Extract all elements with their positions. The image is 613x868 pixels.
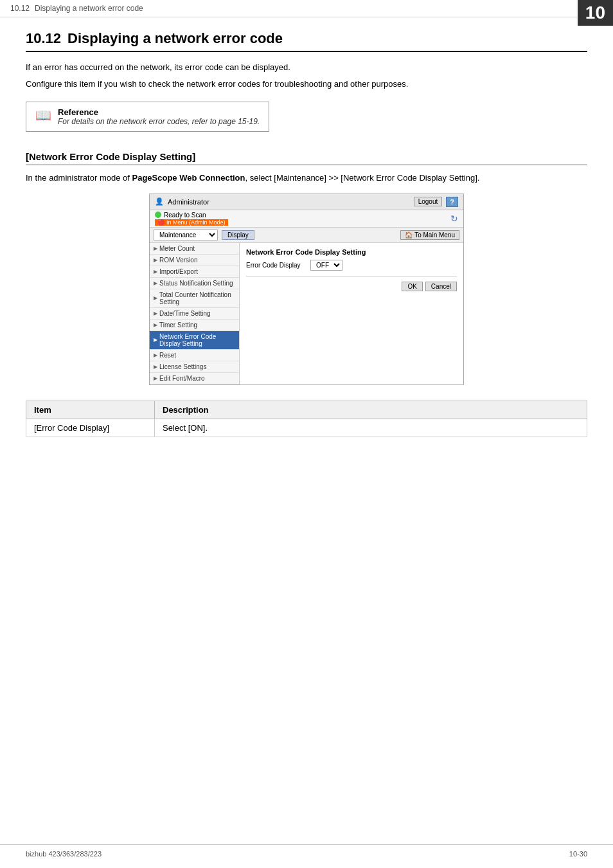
chapter-number: 10 bbox=[585, 3, 605, 23]
web-ui-main-panel: Network Error Code Display Setting Error… bbox=[240, 243, 463, 384]
sidebar-arrow-icon: ▶ bbox=[154, 352, 157, 358]
sidebar-arrow-icon: ▶ bbox=[154, 246, 157, 251]
col-description-header: Description bbox=[155, 401, 587, 419]
status-info: Ready to Scan 🔴 In Menu (Admin Mode) bbox=[155, 212, 228, 226]
instruction-text: In the administrator mode of PageScope W… bbox=[26, 172, 587, 185]
web-ui-nav: Maintenance Display 🏠 To Main Menu bbox=[150, 228, 463, 243]
top-section-number: 10.12 bbox=[10, 4, 30, 13]
sidebar-arrow-icon: ▶ bbox=[154, 375, 157, 381]
display-button[interactable]: Display bbox=[222, 230, 254, 240]
section-title: Displaying a network error code bbox=[67, 30, 283, 47]
section-number: 10.12 bbox=[26, 30, 61, 47]
error-code-setting-row: Error Code Display OFF ON bbox=[246, 260, 457, 271]
web-ui-screenshot: 👤 Administrator Logout ? Ready to Scan 🔴… bbox=[149, 194, 464, 385]
sidebar-label: Meter Count bbox=[159, 245, 195, 252]
col-item-header: Item bbox=[26, 401, 155, 419]
user-icon: 👤 bbox=[155, 197, 164, 206]
flag-icon: 🔴 bbox=[157, 219, 164, 226]
sidebar-item-datetime[interactable]: ▶ Date/Time Setting bbox=[150, 308, 239, 320]
status-flag: 🔴 In Menu (Admin Mode) bbox=[155, 219, 228, 226]
chapter-number-box: 10 bbox=[578, 0, 613, 26]
sub-heading: [Network Error Code Display Setting] bbox=[26, 151, 587, 165]
product-name: PageScope Web Connection bbox=[132, 173, 245, 183]
page-number: 10-30 bbox=[569, 850, 587, 858]
paragraph1: If an error has occurred on the network,… bbox=[26, 61, 587, 74]
cancel-button[interactable]: Cancel bbox=[425, 282, 457, 291]
sidebar-label: ROM Version bbox=[159, 257, 197, 264]
page-footer: bizhub 423/363/283/223 10-30 bbox=[0, 844, 613, 858]
sidebar-arrow-icon: ▶ bbox=[154, 280, 157, 286]
sidebar-arrow-icon: ▶ bbox=[154, 337, 157, 343]
main-content: 10.12 Displaying a network error code If… bbox=[0, 17, 613, 463]
setting-panel-title: Network Error Code Display Setting bbox=[246, 248, 457, 256]
table-header-row: Item Description bbox=[26, 401, 587, 419]
web-ui-topbar: 👤 Administrator Logout ? bbox=[150, 194, 463, 210]
sidebar-label: License Settings bbox=[159, 363, 206, 370]
setting-divider bbox=[246, 276, 457, 276]
sidebar-item-total-counter[interactable]: ▶ Total Counter Notification Setting bbox=[150, 289, 239, 308]
web-ui-sidebar: ▶ Meter Count ▶ ROM Version ▶ Import/Exp… bbox=[150, 243, 240, 384]
table-row: [Error Code Display] Select [ON]. bbox=[26, 419, 587, 437]
section-heading: 10.12 Displaying a network error code bbox=[26, 30, 587, 52]
top-bar-left: 10.12 Displaying a network error code bbox=[10, 4, 143, 13]
web-ui-body: ▶ Meter Count ▶ ROM Version ▶ Import/Exp… bbox=[150, 243, 463, 384]
sidebar-item-status-notification[interactable]: ▶ Status Notification Setting bbox=[150, 278, 239, 289]
table-header: Item Description bbox=[26, 401, 587, 419]
error-code-select[interactable]: OFF ON bbox=[310, 260, 342, 271]
sidebar-item-network-error[interactable]: ▶ Network Error Code Display Setting bbox=[150, 331, 239, 350]
error-code-label: Error Code Display bbox=[246, 262, 304, 269]
sidebar-item-timer[interactable]: ▶ Timer Setting bbox=[150, 320, 239, 331]
sidebar-item-reset[interactable]: ▶ Reset bbox=[150, 350, 239, 361]
sidebar-item-meter-count[interactable]: ▶ Meter Count bbox=[150, 243, 239, 255]
paragraph2: Configure this item if you wish to check… bbox=[26, 78, 587, 91]
setting-actions: OK Cancel bbox=[246, 282, 457, 291]
user-name: Administrator bbox=[168, 198, 209, 206]
sidebar-item-import-export[interactable]: ▶ Import/Export bbox=[150, 266, 239, 278]
sidebar-label: Timer Setting bbox=[159, 321, 197, 329]
sidebar-arrow-icon: ▶ bbox=[154, 295, 157, 301]
sidebar-label: Status Notification Setting bbox=[159, 280, 233, 287]
table-cell-description: Select [ON]. bbox=[155, 419, 587, 437]
table-cell-item: [Error Code Display] bbox=[26, 419, 155, 437]
sidebar-arrow-icon: ▶ bbox=[154, 257, 157, 263]
sidebar-label: Total Counter Notification Setting bbox=[159, 291, 235, 305]
logout-button[interactable]: Logout bbox=[414, 197, 443, 206]
home-icon: 🏠 bbox=[405, 231, 413, 239]
data-table: Item Description [Error Code Display] Se… bbox=[26, 401, 587, 437]
sidebar-arrow-icon: ▶ bbox=[154, 364, 157, 370]
sidebar-label: Date/Time Setting bbox=[159, 310, 211, 317]
status-dot-icon bbox=[155, 212, 161, 218]
status-row2: 🔴 In Menu (Admin Mode) bbox=[155, 219, 228, 226]
sidebar-arrow-icon: ▶ bbox=[154, 269, 157, 275]
status-text1: Ready to Scan bbox=[164, 212, 206, 219]
ok-button[interactable]: OK bbox=[402, 282, 422, 291]
reference-title: Reference bbox=[58, 107, 260, 117]
reference-icon: 📖 bbox=[35, 109, 51, 122]
web-ui-topbar-left: 👤 Administrator bbox=[155, 197, 209, 206]
top-bar: 10.12 Displaying a network error code 10 bbox=[0, 0, 613, 17]
status-row1: Ready to Scan bbox=[155, 212, 228, 219]
web-ui-statusbar: Ready to Scan 🔴 In Menu (Admin Mode) ↻ bbox=[150, 210, 463, 228]
sidebar-arrow-icon: ▶ bbox=[154, 311, 157, 316]
sidebar-label: Reset bbox=[159, 352, 176, 359]
web-ui-topbar-right: Logout ? bbox=[414, 197, 458, 207]
sidebar-item-rom-version[interactable]: ▶ ROM Version bbox=[150, 255, 239, 266]
sidebar-label: Import/Export bbox=[159, 268, 198, 275]
reference-content: Reference For details on the network err… bbox=[58, 107, 260, 126]
sidebar-label: Network Error Code Display Setting bbox=[159, 333, 235, 347]
help-button[interactable]: ? bbox=[446, 197, 458, 207]
maintenance-dropdown[interactable]: Maintenance bbox=[154, 230, 218, 240]
sidebar-label: Edit Font/Macro bbox=[159, 375, 205, 382]
top-section-title: Displaying a network error code bbox=[35, 4, 143, 13]
refresh-icon[interactable]: ↻ bbox=[450, 213, 458, 224]
table-body: [Error Code Display] Select [ON]. bbox=[26, 419, 587, 437]
sidebar-item-edit-font[interactable]: ▶ Edit Font/Macro bbox=[150, 373, 239, 384]
reference-text: For details on the network error codes, … bbox=[58, 117, 260, 126]
to-main-menu-button[interactable]: 🏠 To Main Menu bbox=[400, 230, 459, 240]
sidebar-item-license[interactable]: ▶ License Settings bbox=[150, 361, 239, 373]
reference-box: 📖 Reference For details on the network e… bbox=[26, 102, 269, 132]
to-main-menu-label: To Main Menu bbox=[414, 231, 455, 239]
product-model: bizhub 423/363/283/223 bbox=[26, 850, 102, 858]
status-text2: In Menu (Admin Mode) bbox=[166, 219, 226, 226]
sidebar-arrow-icon: ▶ bbox=[154, 322, 157, 328]
